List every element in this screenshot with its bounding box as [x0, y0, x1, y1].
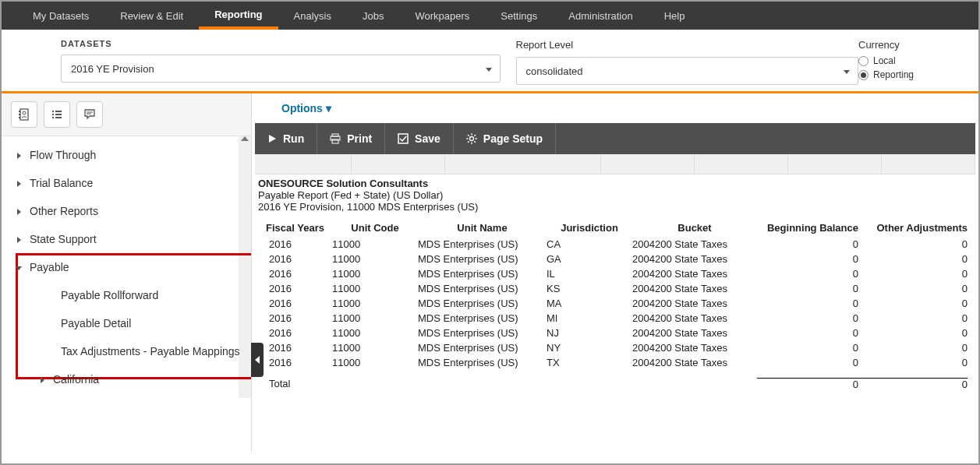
table-row: 201611000MDS Enterprises (US)CA2004200 S… — [258, 237, 972, 252]
svg-rect-8 — [55, 114, 62, 115]
report-panel: Options ▾ Run Print Save — [252, 93, 978, 453]
svg-point-7 — [52, 114, 54, 115]
svg-rect-3 — [19, 117, 20, 118]
currency-local-radio[interactable]: Local — [858, 55, 968, 66]
tree-item-payable[interactable]: Payable — [9, 253, 251, 281]
top-nav: My DatasetsReview & EditReportingAnalysi… — [2, 2, 978, 30]
svg-line-24 — [474, 141, 476, 143]
svg-point-5 — [52, 111, 54, 112]
gear-icon — [466, 133, 477, 144]
svg-rect-6 — [55, 111, 62, 112]
play-icon — [267, 134, 277, 143]
tree-item-other-reports[interactable]: Other Reports — [9, 197, 251, 225]
col-fiscal-years: Fiscal Years — [258, 222, 332, 234]
report-tree: Flow Through Trial Balance Other Reports… — [2, 136, 251, 398]
svg-line-26 — [474, 135, 476, 136]
col-unit-code: Unit Code — [332, 222, 418, 234]
report-company: ONESOURCE Solution Consultants — [258, 178, 972, 189]
svg-rect-10 — [55, 117, 62, 118]
options-dropdown[interactable]: Options ▾ — [281, 102, 331, 114]
nav-settings[interactable]: Settings — [485, 2, 553, 30]
total-label: Total — [258, 378, 332, 390]
collapse-sidebar-handle[interactable] — [251, 343, 264, 377]
report-level-value: consolidated — [526, 65, 583, 77]
currency-reporting-radio[interactable]: Reporting — [858, 69, 968, 80]
table-header: Fiscal Years Unit Code Unit Name Jurisdi… — [258, 216, 972, 237]
tree-item-tax-adjustments[interactable]: Tax Adjustments - Payable Mappings — [41, 337, 251, 365]
report-level-dropdown[interactable]: consolidated — [516, 57, 859, 85]
total-beginning-balance: 0 — [757, 378, 858, 390]
nav-help[interactable]: Help — [649, 2, 701, 30]
svg-point-18 — [469, 137, 473, 141]
list-icon[interactable] — [44, 101, 70, 128]
comment-icon[interactable] — [76, 101, 103, 128]
table-row: 201611000MDS Enterprises (US)MI2004200 S… — [258, 311, 972, 326]
run-button[interactable]: Run — [255, 123, 317, 154]
tree-item-california[interactable]: California — [9, 365, 251, 393]
table-row: 201611000MDS Enterprises (US)NJ2004200 S… — [258, 326, 972, 340]
svg-line-25 — [468, 141, 469, 143]
chevron-down-icon: ▾ — [326, 102, 331, 114]
table-row: 201611000MDS Enterprises (US)NY2004200 S… — [258, 340, 972, 355]
checkbox-icon — [398, 133, 409, 144]
nav-workpapers[interactable]: Workpapers — [399, 2, 485, 30]
svg-rect-1 — [19, 111, 20, 112]
tree-item-trial-balance[interactable]: Trial Balance — [9, 169, 251, 197]
print-button[interactable]: Print — [317, 123, 385, 154]
column-strip — [255, 154, 975, 174]
col-jurisdiction: Jurisdiction — [547, 222, 632, 234]
tree-item-state-support[interactable]: State Support — [9, 225, 251, 253]
table-row: 201611000MDS Enterprises (US)GA2004200 S… — [258, 252, 972, 266]
col-beginning-balance: Beginning Balance — [757, 222, 858, 234]
table-row: 201611000MDS Enterprises (US)IL2004200 S… — [258, 266, 972, 281]
currency-local-label: Local — [873, 55, 896, 66]
report-context: 2016 YE Provision, 11000 MDS Enterprises… — [258, 201, 972, 213]
datasets-dropdown[interactable]: 2016 YE Provision — [61, 55, 501, 83]
col-other-adjustments: Other Adjustments — [858, 222, 968, 234]
table-row: 201611000MDS Enterprises (US)TX2004200 S… — [258, 355, 972, 370]
report-subtitle: Payable Report (Fed + State) (US Dollar) — [258, 189, 972, 201]
nav-administration[interactable]: Administration — [553, 2, 648, 30]
tree-item-flow-through[interactable]: Flow Through — [9, 141, 251, 169]
total-other-adjustments: 0 — [858, 378, 968, 390]
selectors-row: DATASETS 2016 YE Provision Report Level … — [2, 30, 978, 93]
report-level-label: Report Level — [516, 39, 859, 51]
print-icon — [330, 133, 341, 144]
nav-jobs[interactable]: Jobs — [347, 2, 399, 30]
svg-point-4 — [23, 111, 26, 114]
currency-reporting-label: Reporting — [873, 69, 914, 80]
tree-item-payable-rollforward[interactable]: Payable Rollforward — [41, 281, 251, 309]
svg-point-9 — [52, 117, 54, 118]
save-button[interactable]: Save — [385, 123, 454, 154]
table-row: 201611000MDS Enterprises (US)KS2004200 S… — [258, 281, 972, 296]
datasets-value: 2016 YE Provision — [71, 63, 154, 75]
svg-rect-2 — [19, 114, 20, 115]
col-unit-name: Unit Name — [418, 222, 547, 234]
sidebar: Flow Through Trial Balance Other Reports… — [2, 93, 252, 453]
action-bar: Run Print Save Page Setup — [255, 123, 975, 154]
col-bucket: Bucket — [632, 222, 757, 234]
tree-item-payable-detail[interactable]: Payable Detail — [41, 309, 251, 337]
table-total-row: Total 0 0 — [258, 370, 972, 390]
report-table: Fiscal Years Unit Code Unit Name Jurisdi… — [252, 216, 978, 390]
page-setup-button[interactable]: Page Setup — [454, 123, 556, 154]
nav-review-edit[interactable]: Review & Edit — [104, 2, 199, 30]
table-row: 201611000MDS Enterprises (US)MA2004200 S… — [258, 296, 972, 311]
svg-marker-13 — [269, 135, 276, 143]
currency-label: Currency — [858, 39, 968, 51]
nav-analysis[interactable]: Analysis — [278, 2, 347, 30]
contacts-icon[interactable] — [11, 101, 37, 128]
nav-my-datasets[interactable]: My Datasets — [17, 2, 104, 30]
svg-rect-17 — [398, 134, 408, 143]
report-header: ONESOURCE Solution Consultants Payable R… — [252, 174, 978, 216]
svg-line-23 — [468, 135, 469, 136]
nav-reporting[interactable]: Reporting — [199, 2, 278, 30]
datasets-label: DATASETS — [61, 39, 501, 48]
sidebar-toolbar — [2, 93, 251, 136]
